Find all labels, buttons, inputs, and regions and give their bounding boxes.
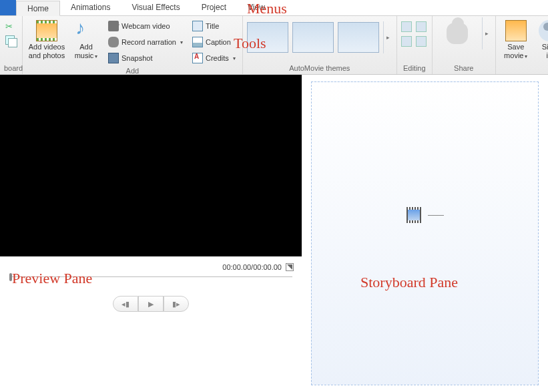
preview-video[interactable]: [0, 75, 302, 256]
group-editing-label: Editing: [401, 63, 428, 74]
share-more[interactable]: ▸: [482, 17, 491, 49]
preview-time: 00:00.00/00:00.00: [222, 263, 282, 271]
add-videos-button[interactable]: Add videos and photos: [27, 17, 67, 59]
tab-project[interactable]: Project: [191, 0, 237, 15]
fullscreen-icon[interactable]: [286, 263, 294, 271]
playback-controls: ◂▮ ▶ ▮▸: [0, 296, 302, 312]
tab-view[interactable]: View: [237, 0, 276, 15]
webcam-video-button[interactable]: Webcam video: [105, 19, 186, 33]
group-share-label: Share: [437, 63, 491, 74]
preview-pane: 00:00.00/00:00.00 ◂▮ ▶ ▮▸: [0, 75, 302, 392]
tab-home[interactable]: Home: [16, 1, 60, 16]
snapshot-icon: [108, 53, 119, 63]
microphone-icon: [108, 37, 119, 47]
add-music-button[interactable]: Add music▾: [71, 17, 101, 59]
tab-visual-effects[interactable]: Visual Effects: [121, 0, 190, 15]
copy-icon[interactable]: [5, 35, 15, 45]
rotate-left-icon[interactable]: [401, 21, 412, 32]
record-narration-button[interactable]: Record narration▾: [105, 35, 186, 49]
automovie-more[interactable]: ▸: [383, 21, 392, 53]
save-movie-button[interactable]: Save movie▾: [500, 17, 532, 59]
sign-in-button[interactable]: Sign in: [536, 17, 548, 59]
storyboard-placeholder: [406, 208, 444, 222]
credits-button[interactable]: Credits▾: [190, 51, 238, 65]
rotate-right-icon[interactable]: [401, 36, 412, 47]
film-icon: [36, 20, 57, 41]
play-button[interactable]: ▶: [138, 296, 164, 312]
automovie-thumbs: ▸: [247, 17, 392, 53]
automovie-theme-3[interactable]: [338, 22, 379, 53]
automovie-theme-2[interactable]: [292, 22, 334, 53]
next-frame-button[interactable]: ▮▸: [164, 296, 189, 312]
cloud-icon: [447, 23, 468, 44]
snapshot-button[interactable]: Snapshot: [105, 51, 186, 65]
workspace: 00:00.00/00:00.00 ◂▮ ▶ ▮▸: [0, 75, 548, 392]
caption-icon: [192, 37, 203, 47]
music-note-icon: [75, 20, 97, 41]
webcam-icon: [108, 21, 119, 31]
user-icon: [539, 20, 548, 41]
title-button[interactable]: Title: [190, 19, 238, 33]
film-clip-icon: [406, 208, 421, 222]
group-automovie-label: AutoMovie themes: [247, 63, 392, 74]
tab-animations[interactable]: Animations: [60, 0, 121, 15]
delete-icon[interactable]: [416, 21, 427, 32]
cut-icon[interactable]: [5, 21, 15, 31]
file-tab[interactable]: [0, 0, 16, 15]
menu-tabs: Home Animations Visual Effects Project V…: [0, 0, 548, 16]
dash-icon: [428, 215, 444, 216]
ribbon: board Add videos and photos Add music▾ W…: [0, 16, 548, 75]
prev-frame-button[interactable]: ◂▮: [113, 296, 138, 312]
select-all-icon[interactable]: [416, 36, 427, 47]
credits-icon: [192, 53, 203, 63]
group-clipboard-label: board: [4, 63, 18, 74]
storyboard-pane: [302, 75, 548, 392]
title-icon: [192, 21, 203, 31]
share-cloud-button[interactable]: [437, 17, 478, 44]
caption-button[interactable]: Caption: [190, 35, 238, 49]
preview-seek-slider[interactable]: [9, 276, 292, 277]
automovie-theme-1[interactable]: [247, 22, 288, 53]
save-movie-icon: [505, 20, 527, 41]
storyboard-drop-area[interactable]: [311, 81, 539, 385]
